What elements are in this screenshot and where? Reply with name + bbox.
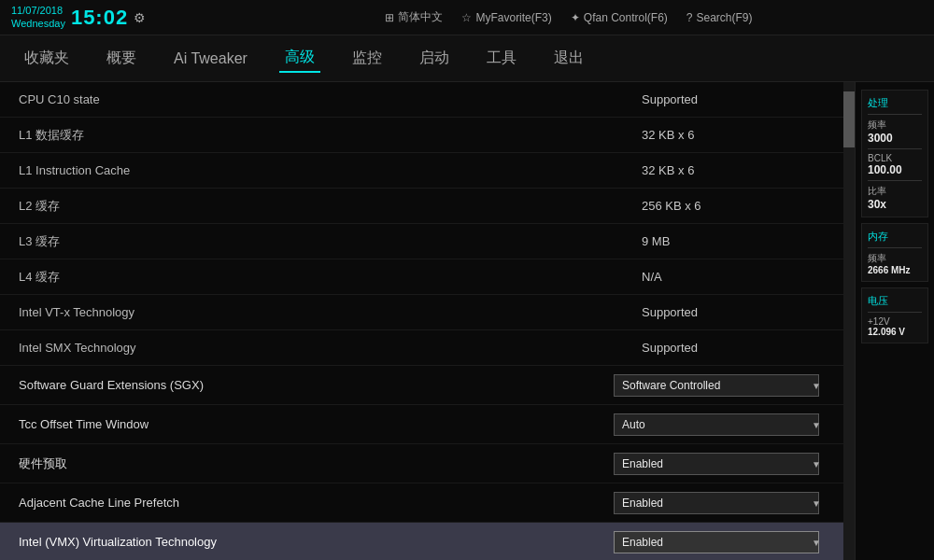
dropdown-row-vmx: Intel (VMX) Virtualization Technology En… — [0, 523, 843, 560]
dropdown-label: Software Guard Extensions (SGX) — [19, 378, 614, 392]
divider — [868, 180, 922, 181]
row-value: 32 KB x 6 — [642, 163, 828, 177]
table-row: Intel VT-x Technology Supported — [0, 295, 843, 330]
fan-icon: ✦ — [571, 11, 580, 24]
table-row: L4 缓存 N/A — [0, 259, 843, 295]
row-label: Intel SMX Technology — [19, 341, 642, 355]
table-row: L3 缓存 9 MB — [0, 224, 843, 259]
search-label: Search(F9) — [697, 11, 753, 24]
top-bar-date: 11/07/2018 Wednesday — [11, 5, 65, 29]
globe-icon: ⊞ — [385, 11, 394, 24]
tcc-dropdown[interactable]: Auto — [614, 413, 819, 436]
hw-prefetch-dropdown-wrapper: Enabled — [614, 453, 828, 475]
gear-icon[interactable]: ⚙ — [134, 10, 146, 25]
v12-label: +12V — [868, 316, 922, 327]
row-value: 32 KB x 6 — [642, 128, 828, 142]
date-text: 11/07/2018 — [11, 5, 65, 17]
divider — [868, 312, 922, 313]
dropdown-row-hardware-prefetch: 硬件预取 Enabled — [0, 444, 843, 483]
top-bar-left: 11/07/2018 Wednesday 15:02 ⚙ — [11, 5, 198, 29]
row-value: Supported — [642, 92, 828, 106]
bclk-label: BCLK — [868, 153, 922, 163]
row-label: L4 缓存 — [19, 269, 642, 286]
search-button[interactable]: ? Search(F9) — [686, 11, 753, 24]
myfavorite-label: MyFavorite(F3) — [475, 11, 551, 24]
row-value: 256 KB x 6 — [642, 199, 828, 213]
table-row: Intel SMX Technology Supported — [0, 330, 843, 366]
v12-value: 12.096 V — [868, 327, 922, 337]
scrollbar[interactable] — [843, 82, 855, 560]
nav-item-advanced[interactable]: 高级 — [279, 44, 320, 73]
ratio-label: 比率 — [868, 185, 922, 198]
mem-rate-label: 频率 — [868, 252, 922, 265]
row-label: CPU C10 state — [19, 92, 642, 106]
day-text: Wednesday — [11, 18, 65, 30]
hw-prefetch-dropdown[interactable]: Enabled — [614, 453, 819, 475]
nav-item-overview[interactable]: 概要 — [101, 45, 142, 72]
voltage-label: 电压 — [868, 294, 922, 308]
myfavorite-button[interactable]: ☆ MyFavorite(F3) — [461, 11, 551, 24]
voltage-section: 电压 +12V 12.096 V — [861, 287, 928, 343]
nav-item-ai-tweaker[interactable]: Ai Tweaker — [168, 47, 253, 71]
dropdown-row-sgx: Software Guard Extensions (SGX) Software… — [0, 366, 843, 405]
search-icon: ? — [686, 11, 693, 24]
divider — [868, 247, 922, 248]
qfan-button[interactable]: ✦ Qfan Control(F6) — [571, 11, 668, 24]
divider — [868, 114, 922, 115]
mem-label: 内存 — [868, 230, 922, 244]
qfan-label: Qfan Control(F6) — [584, 11, 668, 24]
row-label: L1 数据缓存 — [19, 127, 642, 144]
top-bar: 11/07/2018 Wednesday 15:02 ⚙ ⊞ 简体中文 ☆ My… — [0, 0, 934, 35]
bclk-value: 100.00 — [868, 163, 922, 176]
dropdown-label: Adjacent Cache Line Prefetch — [19, 496, 614, 510]
star-icon: ☆ — [461, 11, 472, 24]
cpu-rate-value: 3000 — [868, 132, 922, 145]
nav-item-tools[interactable]: 工具 — [481, 45, 522, 72]
main-nav: 收藏夹 概要 Ai Tweaker 高级 监控 启动 工具 退出 — [0, 35, 934, 82]
nav-item-monitor[interactable]: 监控 — [347, 45, 388, 72]
divider — [868, 148, 922, 149]
row-value: Supported — [642, 305, 828, 319]
dropdown-label: Intel (VMX) Virtualization Technology — [19, 535, 614, 549]
row-label: L2 缓存 — [19, 198, 642, 215]
ratio-value: 30x — [868, 198, 922, 211]
cpu-rate-label: 频率 — [868, 119, 922, 132]
scrollbar-thumb[interactable] — [843, 91, 855, 147]
info-table: CPU C10 state Supported L1 数据缓存 32 KB x … — [0, 82, 843, 560]
nav-item-exit[interactable]: 退出 — [548, 45, 589, 72]
dropdown-label: 硬件预取 — [19, 455, 614, 472]
row-value: 9 MB — [642, 234, 828, 248]
right-sidebar: 处理 频率 3000 BCLK 100.00 比率 30x 内存 频率 2666… — [855, 82, 934, 560]
cpu-label: 处理 — [868, 96, 922, 110]
sgx-dropdown-wrapper: Software Controlled — [614, 374, 828, 397]
row-value: Supported — [642, 341, 828, 355]
top-bar-datetime: 11/07/2018 Wednesday — [11, 5, 65, 29]
cpu-section: 处理 频率 3000 BCLK 100.00 比率 30x — [861, 90, 928, 217]
main-content: CPU C10 state Supported L1 数据缓存 32 KB x … — [0, 82, 843, 560]
table-row: L1 数据缓存 32 KB x 6 — [0, 118, 843, 153]
row-label: Intel VT-x Technology — [19, 305, 642, 319]
dropdown-row-tcc: Tcc Offset Time Window Auto — [0, 405, 843, 444]
row-value: N/A — [642, 270, 828, 284]
top-bar-nav: ⊞ 简体中文 ☆ MyFavorite(F3) ✦ Qfan Control(F… — [215, 9, 923, 25]
lang-switch[interactable]: ⊞ 简体中文 — [385, 9, 443, 25]
row-label: L3 缓存 — [19, 233, 642, 250]
layout: CPU C10 state Supported L1 数据缓存 32 KB x … — [0, 82, 934, 560]
vmx-dropdown[interactable]: Enabled — [614, 531, 819, 553]
time-display: 15:02 — [71, 6, 128, 30]
dropdown-label: Tcc Offset Time Window — [19, 417, 614, 431]
table-row: L1 Instruction Cache 32 KB x 6 — [0, 153, 843, 189]
table-row: CPU C10 state Supported — [0, 82, 843, 118]
row-label: L1 Instruction Cache — [19, 163, 642, 177]
table-row: L2 缓存 256 KB x 6 — [0, 189, 843, 224]
adj-cache-dropdown-wrapper: Enabled — [614, 492, 828, 514]
vmx-dropdown-wrapper: Enabled — [614, 531, 828, 553]
nav-item-favorites[interactable]: 收藏夹 — [19, 45, 75, 72]
tcc-dropdown-wrapper: Auto — [614, 413, 828, 436]
mem-section: 内存 频率 2666 MHz — [861, 223, 928, 282]
nav-item-boot[interactable]: 启动 — [414, 45, 455, 72]
adj-cache-dropdown[interactable]: Enabled — [614, 492, 819, 514]
dropdown-row-adjacent-cache: Adjacent Cache Line Prefetch Enabled — [0, 483, 843, 523]
sgx-dropdown[interactable]: Software Controlled — [614, 374, 819, 397]
mem-rate-value: 2666 MHz — [868, 265, 922, 275]
